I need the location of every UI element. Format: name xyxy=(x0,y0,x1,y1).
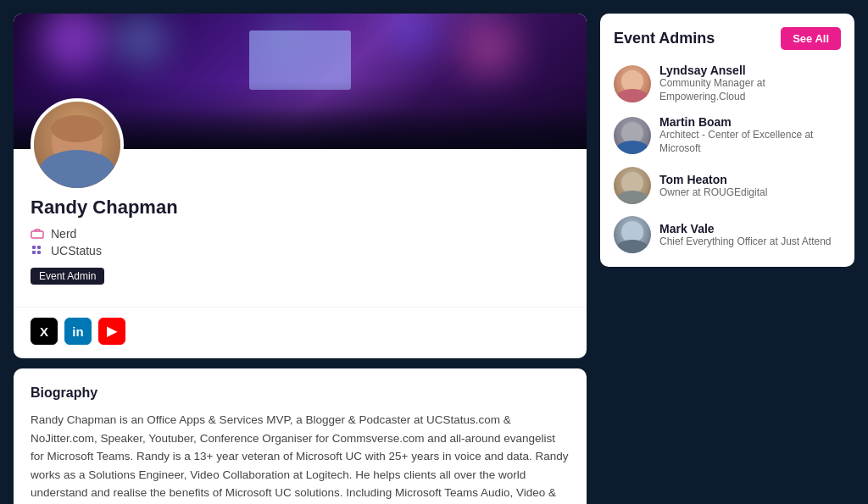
admin-info: Mark Vale Chief Everything Officer at Ju… xyxy=(659,222,841,249)
twitter-label: X xyxy=(40,324,48,339)
admin-name: Martin Boam xyxy=(659,115,841,129)
sidebar: Event Admins See All Lyndsay Ansell Comm… xyxy=(600,14,854,504)
linkedin-button[interactable]: in xyxy=(64,318,92,345)
admin-role: Community Manager at Empowering.Cloud xyxy=(659,77,841,103)
admin-avatar-face xyxy=(614,65,651,102)
avatar-body xyxy=(39,150,115,188)
admin-role: Architect - Center of Excellence at Micr… xyxy=(659,129,841,155)
admins-title: Event Admins xyxy=(614,30,715,47)
company-text: UCStatus xyxy=(51,244,102,258)
admin-info: Martin Boam Architect - Center of Excell… xyxy=(659,115,841,155)
face-body xyxy=(616,89,648,102)
admin-role: Owner at ROUGEdigital xyxy=(659,186,841,200)
svg-rect-4 xyxy=(37,251,41,254)
admin-name: Tom Heaton xyxy=(659,173,841,186)
admins-header: Event Admins See All xyxy=(614,27,841,50)
event-admins-card: Event Admins See All Lyndsay Ansell Comm… xyxy=(600,14,854,267)
admin-avatar xyxy=(614,167,651,204)
profile-card: Randy Chapman Nerd xyxy=(14,14,587,358)
admin-avatar-face xyxy=(614,216,651,253)
title-text: Nerd xyxy=(51,227,76,241)
admin-name: Mark Vale xyxy=(659,222,841,235)
admin-item[interactable]: Lyndsay Ansell Community Manager at Empo… xyxy=(614,64,841,103)
svg-rect-3 xyxy=(32,251,36,254)
admin-name: Lyndsay Ansell xyxy=(659,64,841,77)
profile-name: Randy Chapman xyxy=(31,197,570,219)
admin-avatar xyxy=(614,65,651,102)
svg-rect-0 xyxy=(31,231,43,238)
admin-avatar-face xyxy=(614,117,651,154)
admin-avatar-face xyxy=(614,167,651,204)
avatar-placeholder xyxy=(34,102,120,188)
meta-company: UCStatus xyxy=(31,244,570,258)
grid-icon xyxy=(31,244,44,258)
svg-rect-2 xyxy=(37,246,41,249)
profile-body: Randy Chapman Nerd xyxy=(14,149,587,307)
biography-text: Randy Chapman is an Office Apps & Servic… xyxy=(31,411,570,504)
admin-avatar xyxy=(614,117,651,154)
twitter-button[interactable]: X xyxy=(31,318,58,345)
admin-item[interactable]: Martin Boam Architect - Center of Excell… xyxy=(614,115,841,155)
avatar xyxy=(31,98,124,191)
svg-rect-1 xyxy=(32,246,36,249)
main-content: Randy Chapman Nerd xyxy=(14,14,587,504)
admin-avatar xyxy=(614,216,651,253)
biography-title: Biography xyxy=(31,385,570,401)
profile-meta: Nerd UCStatus xyxy=(31,227,570,258)
youtube-button[interactable]: ▶ xyxy=(98,318,125,345)
light-blue xyxy=(115,14,166,64)
biography-card: Biography Randy Chapman is an Office App… xyxy=(14,368,587,504)
youtube-label: ▶ xyxy=(107,324,117,339)
admin-info: Lyndsay Ansell Community Manager at Empo… xyxy=(659,64,841,103)
light-violet xyxy=(392,14,434,52)
avatar-hair xyxy=(51,115,103,142)
linkedin-label: in xyxy=(72,324,83,339)
face-body xyxy=(616,141,648,154)
face-body xyxy=(616,240,648,253)
admin-list: Lyndsay Ansell Community Manager at Empo… xyxy=(614,64,841,253)
light-purple xyxy=(39,14,107,73)
face-body xyxy=(616,191,648,204)
admin-info: Tom Heaton Owner at ROUGEdigital xyxy=(659,173,841,200)
admin-role: Chief Everything Officer at Just Attend xyxy=(659,235,841,249)
admin-item[interactable]: Tom Heaton Owner at ROUGEdigital xyxy=(614,167,841,204)
see-all-button[interactable]: See All xyxy=(781,27,841,50)
admin-item[interactable]: Mark Vale Chief Everything Officer at Ju… xyxy=(614,216,841,253)
briefcase-icon xyxy=(31,227,44,241)
light-pink xyxy=(459,18,519,77)
meta-title: Nerd xyxy=(31,227,570,241)
event-admin-badge: Event Admin xyxy=(31,268,104,285)
social-links: X in ▶ xyxy=(14,307,587,358)
